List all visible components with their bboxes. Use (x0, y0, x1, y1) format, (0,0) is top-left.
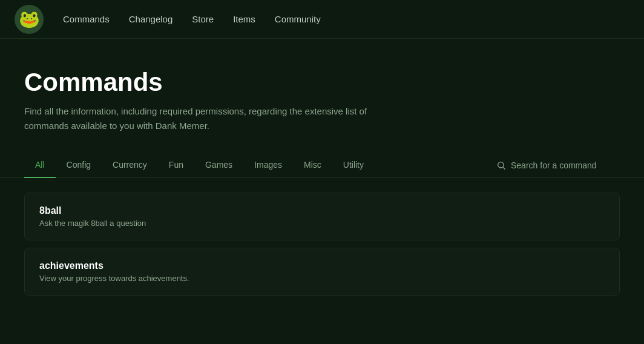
search-input[interactable] (511, 160, 620, 170)
nav-link-community[interactable]: Community (268, 9, 328, 29)
nav-links: Commands Changelog Store Items Community (56, 9, 328, 29)
tab-config[interactable]: Config (56, 153, 102, 178)
tabs-row: All Config Currency Fun Games Images Mis… (24, 153, 620, 177)
page-title: Commands (24, 68, 620, 97)
tab-games[interactable]: Games (194, 153, 243, 178)
nav-link-changelog[interactable]: Changelog (122, 9, 180, 29)
nav-link-items[interactable]: Items (226, 9, 263, 29)
commands-list: 8ball Ask the magik 8ball a question ach… (0, 178, 644, 317)
command-name: 8ball (39, 205, 605, 216)
tab-images[interactable]: Images (243, 153, 293, 178)
command-card-achievements[interactable]: achievements View your progress towards … (24, 248, 620, 296)
tab-utility[interactable]: Utility (332, 153, 375, 178)
command-description: Ask the magik 8ball a question (39, 219, 605, 228)
tabs-container: All Config Currency Fun Games Images Mis… (0, 153, 644, 178)
command-description: View your progress towards achievements. (39, 274, 605, 283)
command-card-8ball[interactable]: 8ball Ask the magik 8ball a question (24, 193, 620, 240)
svg-line-1 (503, 167, 505, 170)
nav-logo: 🐸 (15, 5, 44, 34)
logo-emoji: 🐸 (19, 9, 40, 29)
search-icon (496, 160, 506, 170)
tab-misc[interactable]: Misc (293, 153, 332, 178)
hero-section: Commands Find all the information, inclu… (0, 39, 644, 153)
hero-description: Find all the information, including requ… (24, 104, 387, 133)
tab-fun[interactable]: Fun (158, 153, 194, 178)
svg-point-0 (498, 162, 504, 167)
command-name: achievements (39, 260, 605, 271)
nav-link-store[interactable]: Store (185, 9, 221, 29)
tab-all[interactable]: All (24, 153, 56, 178)
tab-currency[interactable]: Currency (102, 153, 158, 178)
search-area (496, 156, 620, 175)
navbar: 🐸 Commands Changelog Store Items Communi… (0, 0, 644, 39)
nav-link-commands[interactable]: Commands (56, 9, 117, 29)
